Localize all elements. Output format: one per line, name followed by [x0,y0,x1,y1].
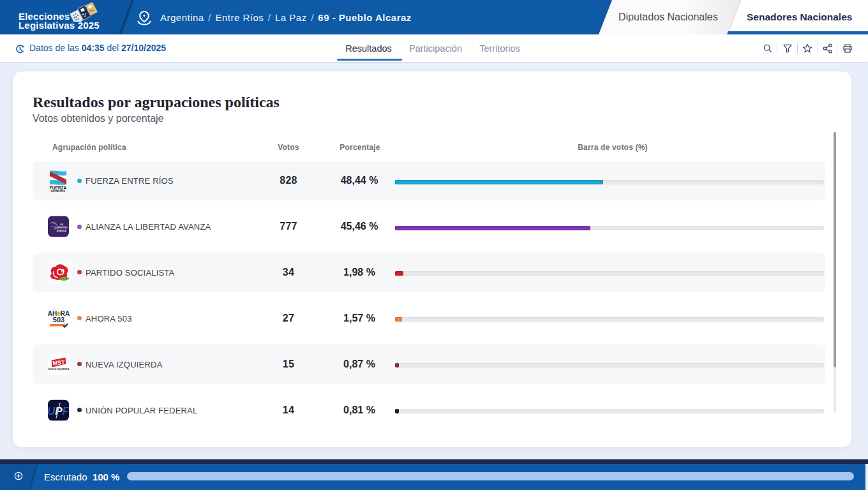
svg-text:MST: MST [52,359,65,366]
svg-text:NUEVA IZQUIERDA: NUEVA IZQUIERDA [49,368,70,370]
svg-text:503: 503 [53,316,64,323]
svg-text:ENTRE RÍOS: ENTRE RÍOS [51,189,66,192]
svg-text:FUERZA: FUERZA [50,186,67,190]
svg-text:LA: LA [60,223,63,226]
svg-text:AVANZA: AVANZA [57,230,67,232]
svg-text:LIBERTAD: LIBERTAD [56,226,68,229]
